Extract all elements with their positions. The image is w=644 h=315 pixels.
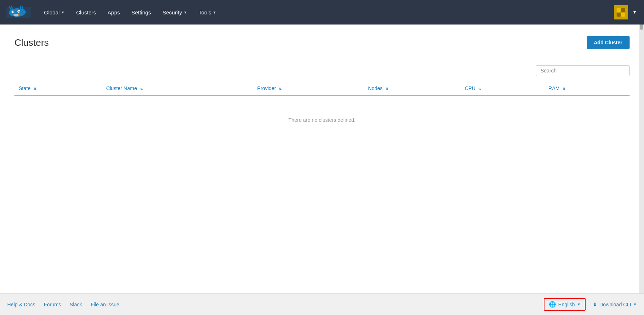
nav-item-settings[interactable]: Settings [126,6,156,18]
nav-item-clusters[interactable]: Clusters [71,6,101,18]
chevron-down-icon: ▼ [61,10,65,14]
main-content: Clusters Add Cluster State ⇅ Cluster Nam… [0,25,644,293]
footer-link-forums[interactable]: Forums [44,302,61,307]
page-header: Clusters Add Cluster [14,36,630,49]
chevron-down-icon: ▼ [577,302,581,306]
nav-item-tools[interactable]: Tools ▼ [194,6,221,18]
empty-message: There are no clusters defined. [14,95,630,145]
chevron-down-icon: ▼ [213,10,216,14]
table-toolbar [14,65,630,76]
globe-icon: 🌐 [549,301,556,308]
col-ram[interactable]: RAM ⇅ [544,82,630,95]
page-title: Clusters [14,37,49,48]
avatar-cell-2 [621,8,625,12]
scrollbar[interactable]: ▲ ▼ [639,0,644,315]
sort-icon-cluster-name: ⇅ [140,87,143,91]
svg-point-6 [13,14,14,15]
chevron-down-icon: ▼ [633,302,637,306]
avatar-cell-4 [621,13,625,17]
search-wrapper [536,65,630,76]
table-head: State ⇅ Cluster Name ⇅ Provider ⇅ Nodes … [14,82,630,95]
download-cli-button[interactable]: ⬇ Download CLI ▼ [593,302,637,307]
add-cluster-button[interactable]: Add Cluster [587,36,630,49]
user-dropdown-button[interactable]: ▼ [631,7,638,18]
avatar-grid [617,8,625,17]
logo[interactable] [6,4,32,21]
footer-links: Help & Docs Forums Slack File an Issue [7,302,119,307]
nav-item-global[interactable]: Global ▼ [39,6,70,18]
sort-icon-nodes: ⇅ [385,87,388,91]
navbar-right: ▼ [614,5,638,19]
search-input[interactable] [536,65,630,76]
nav-menu: Global ▼ Clusters Apps Settings Security… [39,6,614,18]
download-icon: ⬇ [593,302,597,307]
col-nodes[interactable]: Nodes ⇅ [364,82,460,95]
download-cli-label: Download CLI [599,302,631,307]
svg-point-4 [18,11,20,12]
footer-link-file-issue[interactable]: File an Issue [91,302,119,307]
col-cluster-name[interactable]: Cluster Name ⇅ [102,82,253,95]
col-state[interactable]: State ⇅ [14,82,102,95]
sort-icon-provider: ⇅ [279,87,282,91]
header-divider [14,58,630,58]
svg-point-7 [18,14,19,15]
col-cpu[interactable]: CPU ⇅ [460,82,544,95]
table-body: There are no clusters defined. [14,95,630,145]
footer-right: 🌐 English ▼ ⬇ Download CLI ▼ [544,298,637,311]
nav-item-security[interactable]: Security ▼ [158,6,192,18]
sort-icon-ram: ⇅ [563,87,565,91]
nav-item-apps[interactable]: Apps [102,6,125,18]
chevron-down-icon: ▼ [184,10,187,14]
empty-state-row: There are no clusters defined. [14,95,630,145]
avatar-cell-1 [617,8,621,12]
avatar-cell-3 [617,13,621,17]
navbar: Global ▼ Clusters Apps Settings Security… [0,0,644,25]
col-provider[interactable]: Provider ⇅ [253,82,363,95]
table-header-row: State ⇅ Cluster Name ⇅ Provider ⇅ Nodes … [14,82,630,95]
footer-link-help[interactable]: Help & Docs [7,302,35,307]
language-button[interactable]: 🌐 English ▼ [544,298,586,311]
clusters-table: State ⇅ Cluster Name ⇅ Provider ⇅ Nodes … [14,82,630,145]
sort-icon-cpu: ⇅ [478,87,481,91]
language-label: English [558,302,575,307]
footer: Help & Docs Forums Slack File an Issue 🌐… [0,293,644,315]
user-avatar[interactable] [614,5,628,19]
sort-icon-state: ⇅ [34,87,36,91]
footer-link-slack[interactable]: Slack [70,302,82,307]
svg-point-3 [13,11,14,13]
